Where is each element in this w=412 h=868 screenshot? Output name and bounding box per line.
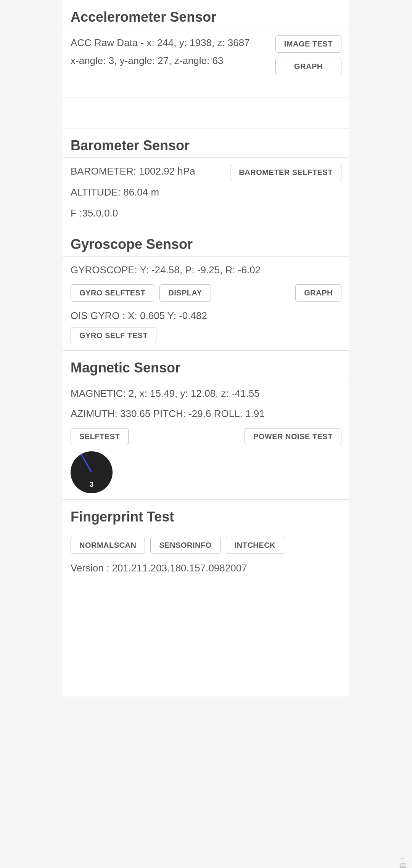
accelerometer-section: Accelerometer Sensor ACC Raw Data - x: 2… <box>63 0 349 98</box>
f-value: F :35.0,0.0 <box>71 206 341 221</box>
gyroscope-header: Gyroscope Sensor <box>63 227 349 257</box>
magnetic-data: MAGNETIC: 2, x: 15.49, y: 12.08, z: -41.… <box>71 386 341 401</box>
gyro-graph-button[interactable]: GRAPH <box>295 284 341 302</box>
accelerometer-title: Accelerometer Sensor <box>71 9 216 25</box>
barometer-body: BAROMETER: 1002.92 hPa ALTITUDE: 86.04 m… <box>63 158 349 227</box>
acc-graph-button[interactable]: GRAPH <box>275 58 341 75</box>
version-text: Version : 201.211.203.180.157.0982007 <box>71 561 341 576</box>
magnetic-header: Magnetic Sensor <box>63 351 349 380</box>
altitude-value: ALTITUDE: 86.04 m <box>71 185 341 200</box>
compass: 3 <box>71 451 113 493</box>
acc-spacer <box>63 98 349 128</box>
sensorinfo-button[interactable]: SENSORINFO <box>150 537 220 554</box>
image-test-button[interactable]: IMAGE TEST <box>275 35 341 53</box>
fingerprint-title: Fingerprint Test <box>71 509 174 525</box>
compass-label: 3 <box>90 481 93 489</box>
barometer-header: Barometer Sensor <box>63 128 349 158</box>
ois-data: OIS GYRO : X: 0.605 Y: -0.482 <box>71 308 341 323</box>
gyro-selftest-button[interactable]: GYRO SELFTEST <box>71 284 154 302</box>
fingerprint-btn-row: NORMALSCAN SENSORINFO INTCHECK <box>71 537 341 554</box>
gyroscope-section: Gyroscope Sensor GYROSCOPE: Y: -24.58, P… <box>63 227 349 351</box>
bottom-spacer <box>63 582 349 696</box>
gyroscope-title: Gyroscope Sensor <box>71 236 193 252</box>
barometer-selftest-button[interactable]: BAROMETER SELFTEST <box>230 164 341 181</box>
gyro-btn-row: GYRO SELFTEST DISPLAY GRAPH <box>71 284 341 302</box>
magnetic-body: MAGNETIC: 2, x: 15.49, y: 12.08, z: -41.… <box>63 380 349 500</box>
gyro-data: GYROSCOPE: Y: -24.58, P: -9.25, R: -6.02 <box>71 263 341 278</box>
magnetic-selftest-button[interactable]: SELFTEST <box>71 428 129 445</box>
power-noise-test-button[interactable]: POWER NOISE TEST <box>245 428 341 445</box>
gyro-self-test-btn-row: GYRO SELF TEST <box>71 327 341 344</box>
magnetic-btn-row: SELFTEST POWER NOISE TEST <box>71 428 341 445</box>
accelerometer-body: ACC Raw Data - x: 244, y: 1938, z: 3687 … <box>63 29 349 98</box>
fingerprint-header: Fingerprint Test <box>63 500 349 529</box>
acc-btn-group: IMAGE TEST GRAPH <box>275 35 341 75</box>
azimuth-data: AZIMUTH: 330.65 PITCH: -29.6 ROLL: 1.91 <box>71 406 341 421</box>
magnetic-section: Magnetic Sensor MAGNETIC: 2, x: 15.49, y… <box>63 351 349 500</box>
barometer-btn-group: BAROMETER SELFTEST <box>230 164 341 181</box>
barometer-title: Barometer Sensor <box>71 138 190 153</box>
magnetic-title: Magnetic Sensor <box>71 360 180 375</box>
gyro-self-test-button[interactable]: GYRO SELF TEST <box>71 327 156 344</box>
fingerprint-section: Fingerprint Test NORMALSCAN SENSORINFO I… <box>63 500 349 582</box>
compass-needle <box>80 454 92 473</box>
accelerometer-header: Accelerometer Sensor <box>63 0 349 29</box>
barometer-section: Barometer Sensor BAROMETER: 1002.92 hPa … <box>63 128 349 227</box>
gyro-display-button[interactable]: DISPLAY <box>159 284 211 302</box>
gyroscope-body: GYROSCOPE: Y: -24.58, P: -9.25, R: -6.02… <box>63 257 349 351</box>
fingerprint-body: NORMALSCAN SENSORINFO INTCHECK Version :… <box>63 529 349 582</box>
compass-container: 3 <box>71 451 113 493</box>
intcheck-button[interactable]: INTCHECK <box>226 537 284 554</box>
normalscan-button[interactable]: NORMALSCAN <box>71 537 145 554</box>
